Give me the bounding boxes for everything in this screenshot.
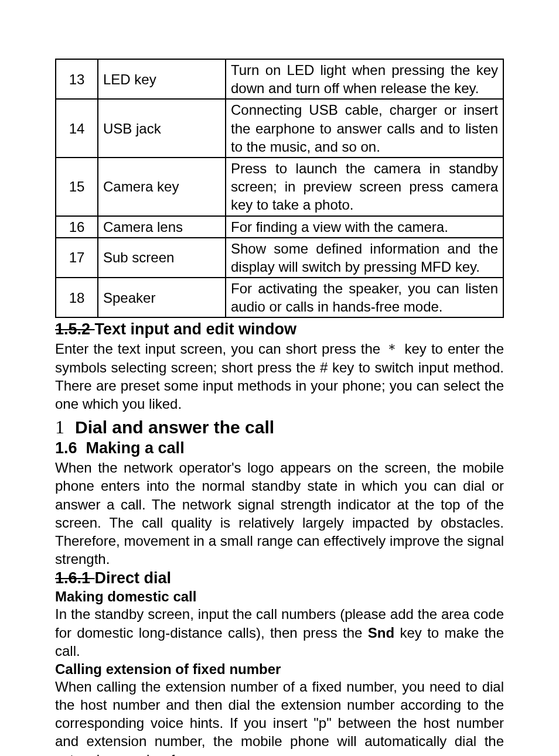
cell-number: 14: [56, 99, 98, 158]
cell-description: Show some defined information and the di…: [226, 238, 503, 278]
cell-name: Speaker: [98, 278, 226, 317]
table-row: 13LED keyTurn on LED light when pressing…: [56, 59, 503, 99]
chapter-heading: 1Dial and answer the call: [55, 416, 504, 438]
table-row: 16Camera lensFor finding a view with the…: [56, 216, 503, 238]
cell-number: 16: [56, 216, 98, 238]
cell-name: LED key: [98, 59, 226, 99]
heading-number: 1.6.1: [55, 569, 95, 587]
key-description-table: 13LED keyTurn on LED light when pressing…: [55, 59, 504, 318]
cell-description: Connecting USB cable, charger or insert …: [226, 99, 503, 158]
cell-number: 13: [56, 59, 98, 99]
cell-number: 17: [56, 238, 98, 278]
heading-number: 1.5.2: [55, 320, 95, 338]
cell-description: For activating the speaker, you can list…: [226, 278, 503, 317]
heading-1-6: 1.6 Making a call: [55, 439, 504, 457]
subheading-extension: Calling extension of fixed number: [55, 661, 504, 678]
chapter-number: 1: [55, 416, 64, 437]
subheading-domestic-call: Making domestic call: [55, 589, 504, 605]
cell-number: 15: [56, 158, 98, 216]
table-row: 14USB jackConnecting USB cable, charger …: [56, 99, 503, 158]
heading-text: Making a call: [86, 439, 185, 457]
cell-number: 18: [56, 278, 98, 317]
cell-name: Camera key: [98, 158, 226, 216]
paragraph-extension: When calling the extension number of a f…: [55, 678, 504, 756]
heading-number: 1.6: [55, 439, 77, 457]
table-row: 17Sub screenShow some defined informatio…: [56, 238, 503, 278]
cell-name: USB jack: [98, 99, 226, 158]
cell-description: Turn on LED light when pressing the key …: [226, 59, 503, 99]
cell-description: Press to launch the camera in standby sc…: [226, 158, 503, 216]
snd-key-label: Snd: [368, 625, 394, 641]
cell-name: Sub screen: [98, 238, 226, 278]
document-page: 13LED keyTurn on LED light when pressing…: [0, 0, 559, 756]
table-row: 15Camera keyPress to launch the camera i…: [56, 158, 503, 216]
cell-description: For finding a view with the camera.: [226, 216, 503, 238]
heading-1-6-1: 1.6.1 Direct dial: [55, 569, 504, 587]
chapter-title: Dial and answer the call: [75, 418, 274, 437]
heading-text: Direct dial: [95, 569, 172, 587]
paragraph-text-input: Enter the text input screen, you can sho…: [55, 340, 504, 413]
cell-name: Camera lens: [98, 216, 226, 238]
table-row: 18SpeakerFor activating the speaker, you…: [56, 278, 503, 317]
paragraph-domestic-call: In the standby screen, input the call nu…: [55, 605, 504, 660]
paragraph-making-call: When the network operator's logo appears…: [55, 459, 504, 568]
heading-1-5-2: 1.5.2 Text input and edit window: [55, 320, 504, 338]
heading-text: Text input and edit window: [95, 320, 296, 338]
